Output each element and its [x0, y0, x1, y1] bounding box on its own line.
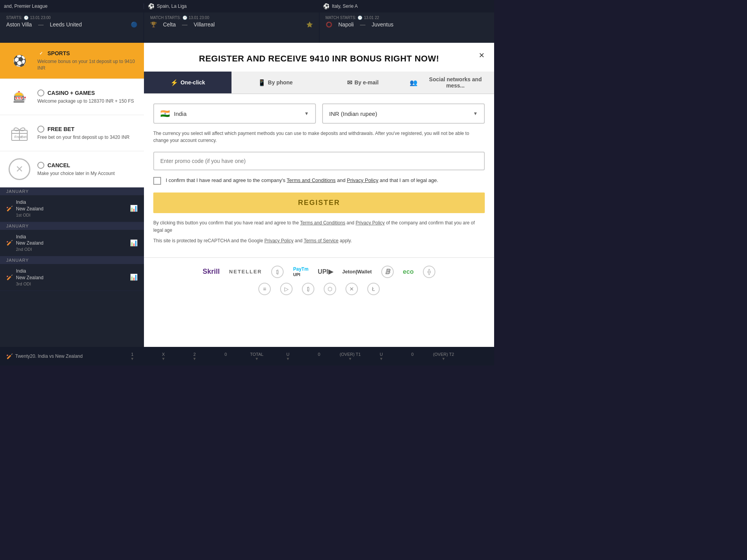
- col-1: 1▼: [117, 352, 148, 361]
- bottom-bar: 🏏 Twenty20. India vs New Zealand 1▼ X▼ 2…: [0, 347, 494, 366]
- select-row: 🇮🇳 India ▼ INR (Indian rupee) ▼: [153, 103, 485, 124]
- left-panel: ⚽ SPORTS Welcome bonus on your 1st depos…: [0, 43, 144, 366]
- left-matches-area: JANUARY 🏏 India New Zealand 1st ODI 📊 JA…: [0, 187, 144, 366]
- match2-teams: 🏆 Celta — Villarreal ⭐: [150, 21, 313, 28]
- freebet-radio[interactable]: [37, 126, 44, 133]
- cricket-icon-2: 🏏: [6, 240, 13, 246]
- b3-logo: 𝔹: [381, 266, 394, 278]
- match-odi-3[interactable]: 🏏 India New Zealand 3rd ODI 📊: [0, 264, 144, 291]
- tab-social-label: Social networks and mess...: [420, 76, 491, 89]
- tab-social[interactable]: 👥 Social networks and mess...: [407, 72, 494, 93]
- tab-by-phone-label: By phone: [268, 79, 293, 86]
- country-select[interactable]: 🇮🇳 India ▼: [153, 103, 316, 124]
- google-tos-link[interactable]: Terms of Service: [304, 238, 338, 243]
- cancel-radio[interactable]: [37, 162, 44, 169]
- match3-teams: ⭕ Napoli — Juventus: [326, 21, 488, 28]
- january-label-1: JANUARY: [0, 187, 144, 195]
- freebet-text: FREE BET Free bet on your first deposit …: [37, 126, 130, 141]
- col-over-t2: (OVER) T2▼: [428, 352, 459, 361]
- january-label-3: JANUARY: [0, 256, 144, 264]
- one-click-icon: ⚡: [170, 79, 178, 86]
- ltc-logo: Ł: [367, 283, 380, 295]
- match-odi-2[interactable]: 🏏 India New Zealand 2nd ODI 📊: [0, 230, 144, 257]
- team2-odi2: New Zealand: [16, 240, 127, 247]
- tab-by-email-label: By e-mail: [354, 79, 379, 86]
- sports-icon-wrap: ⚽: [8, 49, 31, 72]
- casino-radio[interactable]: [37, 89, 44, 96]
- sports-text: SPORTS Welcome bonus on your 1st deposit…: [37, 50, 136, 72]
- currency-value: INR (Indian rupee): [329, 110, 377, 117]
- match2-team1: Celta: [163, 21, 176, 28]
- match2-time: 13.01 23:00: [189, 16, 209, 20]
- match-names-1: India New Zealand 1st ODI: [16, 199, 127, 218]
- match1-time: 13.01 23:00: [30, 16, 51, 20]
- casino-icon: 🎰: [9, 86, 30, 108]
- neteller-logo: NETELLER: [229, 269, 262, 275]
- email-icon: ✉: [347, 79, 352, 86]
- bottom-match-label: 🏏 Twenty20. India vs New Zealand: [0, 353, 117, 359]
- col-x: X▼: [148, 352, 179, 361]
- match1-team1: Aston Villa: [6, 21, 32, 28]
- payment-row-1: Skrill NETELLER ₿ PayTmUPI UPI▶ Jeton|Wa…: [153, 266, 485, 278]
- col-0c: 0: [397, 352, 428, 361]
- terms-link[interactable]: Terms and Conditions: [287, 177, 336, 183]
- tab-one-click-label: One-click: [181, 79, 205, 86]
- bottom-cols: 1▼ X▼ 2▼ 0 TOTAL▼ U▼ 0 (OVER) T1▼ U▼ 0 (…: [117, 352, 494, 361]
- team1-odi2: India: [16, 234, 127, 240]
- currency-select[interactable]: INR (Indian rupee) ▼: [322, 103, 485, 124]
- phone-icon: 📱: [258, 79, 266, 86]
- tab-by-email[interactable]: ✉ By e-mail: [319, 72, 407, 93]
- match3-team2: Juventus: [372, 21, 393, 28]
- google-privacy-link[interactable]: Privacy Policy: [264, 238, 293, 243]
- btc2-logo: ₿: [302, 283, 314, 295]
- stats-icon-3: 📊: [130, 273, 138, 281]
- match1-badge: 🔵: [131, 21, 137, 28]
- modal-close-button[interactable]: ×: [475, 49, 488, 61]
- match2-separator: —: [182, 21, 188, 28]
- currency-note: The currency you select will affect whic…: [153, 130, 485, 144]
- skrill-logo: Skrill: [203, 268, 220, 276]
- match-odi-1[interactable]: 🏏 India New Zealand 1st ODI 📊: [0, 195, 144, 222]
- clock-icon1: 🕐: [24, 16, 28, 20]
- freebet-icon-wrap: Free Bet: [8, 121, 31, 145]
- legal-text-1: By clicking this button you confirm that…: [153, 219, 485, 234]
- casino-option[interactable]: 🎰 CASINO + GAMES Welcome package up to 1…: [0, 79, 144, 115]
- cancel-desc: Make your choice later in My Account: [37, 170, 115, 177]
- tab-by-phone[interactable]: 📱 By phone: [231, 72, 319, 93]
- sports-title: SPORTS: [47, 50, 70, 56]
- cancel-option[interactable]: ✕ CANCEL Make your choice later in My Ac…: [0, 151, 144, 187]
- match1-starts: STARTS:: [6, 16, 22, 20]
- tab-one-click[interactable]: ⚡ One-click: [144, 72, 231, 93]
- stats-icon-1: 📊: [130, 205, 138, 212]
- col-u2: U▼: [366, 352, 397, 361]
- casino-desc: Welcome package up to 128370 INR + 150 F…: [37, 98, 134, 105]
- sports-option[interactable]: ⚽ SPORTS Welcome bonus on your 1st depos…: [0, 43, 144, 79]
- sports-radio[interactable]: [37, 50, 44, 57]
- freebet-option[interactable]: Free Bet FREE BET Free bet on your first…: [0, 115, 144, 151]
- promo-code-input[interactable]: [153, 152, 485, 170]
- privacy-link[interactable]: Privacy Policy: [347, 177, 378, 183]
- match1-header: STARTS: 🕐 13.01 23:00 Aston Villa — Leed…: [0, 12, 144, 43]
- country-select-left: 🇮🇳 India: [160, 109, 187, 118]
- stats-icon-2: 📊: [130, 239, 138, 247]
- type-odi1: 1st ODI: [16, 213, 30, 217]
- match2-starts: MATCH STARTS:: [150, 16, 181, 20]
- sports-desc: Welcome bonus on your 1st deposit up to …: [37, 58, 136, 72]
- upi-logo: UPI▶: [318, 268, 333, 275]
- match3-icon: ⭕: [326, 21, 332, 28]
- svg-text:Bet: Bet: [21, 135, 27, 139]
- team1-odi3: India: [16, 268, 127, 275]
- col-over-t1: (OVER) T1▼: [335, 352, 366, 361]
- currency-select-left: INR (Indian rupee): [329, 110, 377, 117]
- modal-title: REGISTER AND RECEIVE 9410 INR BONUS RIGH…: [144, 43, 494, 72]
- country-value: India: [174, 110, 187, 117]
- legal-privacy-link[interactable]: Privacy Policy: [356, 220, 385, 226]
- freebet-icon: Free Bet: [9, 122, 30, 144]
- register-button[interactable]: REGISTER: [153, 192, 485, 213]
- casino-icon-wrap: 🎰: [8, 85, 31, 108]
- currency-chevron: ▼: [473, 111, 478, 116]
- terms-checkbox[interactable]: [153, 177, 161, 185]
- sports-ball-icon: ⚽: [9, 50, 30, 72]
- dash-logo: ≡: [258, 283, 271, 295]
- legal-terms-link[interactable]: Terms and Conditions: [300, 220, 345, 226]
